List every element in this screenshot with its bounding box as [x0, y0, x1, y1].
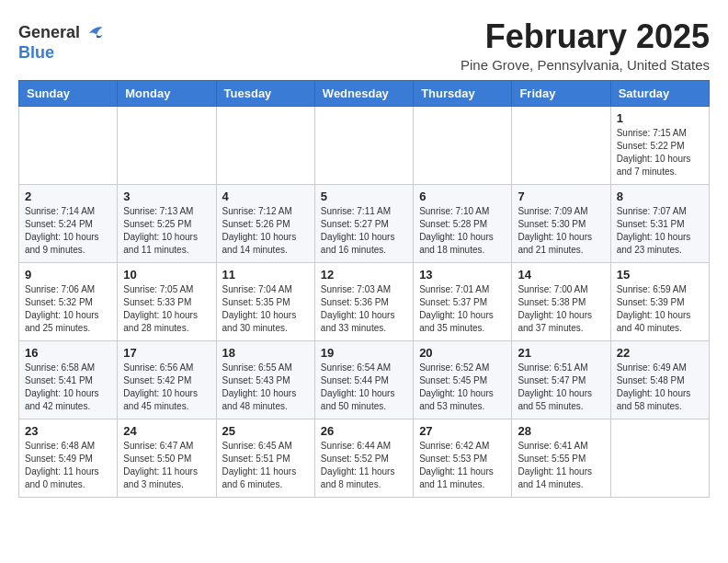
day-number: 25	[222, 424, 309, 438]
location-title: Pine Grove, Pennsylvania, United States	[461, 57, 710, 73]
day-number: 12	[321, 268, 407, 282]
day-number: 18	[222, 346, 309, 360]
calendar-cell: 14Sunrise: 7:00 AM Sunset: 5:38 PM Dayli…	[512, 262, 610, 340]
day-info: Sunrise: 6:45 AM Sunset: 5:51 PM Dayligh…	[222, 440, 309, 491]
calendar-weekday-header: Friday	[512, 80, 610, 106]
calendar-cell: 19Sunrise: 6:54 AM Sunset: 5:44 PM Dayli…	[314, 340, 413, 419]
day-number: 28	[518, 424, 604, 438]
day-info: Sunrise: 6:48 AM Sunset: 5:49 PM Dayligh…	[25, 440, 111, 491]
calendar-cell	[118, 106, 216, 184]
day-info: Sunrise: 7:04 AM Sunset: 5:35 PM Dayligh…	[222, 283, 309, 335]
calendar-cell: 3Sunrise: 7:13 AM Sunset: 5:25 PM Daylig…	[118, 184, 216, 262]
calendar-weekday-header: Wednesday	[314, 80, 413, 106]
day-number: 26	[321, 424, 407, 438]
calendar-week-row: 9Sunrise: 7:06 AM Sunset: 5:32 PM Daylig…	[19, 262, 710, 340]
day-info: Sunrise: 7:12 AM Sunset: 5:26 PM Dayligh…	[222, 205, 309, 257]
day-info: Sunrise: 7:06 AM Sunset: 5:32 PM Dayligh…	[25, 283, 111, 335]
day-number: 1	[617, 111, 703, 125]
day-number: 4	[222, 190, 309, 203]
calendar-cell: 12Sunrise: 7:03 AM Sunset: 5:36 PM Dayli…	[314, 262, 413, 340]
calendar-cell	[19, 106, 118, 184]
calendar-cell: 18Sunrise: 6:55 AM Sunset: 5:43 PM Dayli…	[216, 340, 314, 419]
day-number: 5	[321, 190, 407, 203]
day-number: 22	[617, 346, 703, 360]
header: General Blue February 2025 Pine Grove, P…	[18, 18, 710, 73]
day-info: Sunrise: 6:44 AM Sunset: 5:52 PM Dayligh…	[321, 440, 407, 491]
day-number: 19	[321, 346, 407, 360]
calendar-cell: 20Sunrise: 6:52 AM Sunset: 5:45 PM Dayli…	[414, 340, 512, 419]
calendar-cell: 25Sunrise: 6:45 AM Sunset: 5:51 PM Dayli…	[216, 419, 314, 497]
day-number: 24	[123, 424, 210, 438]
day-number: 20	[419, 346, 506, 360]
day-number: 27	[419, 424, 506, 438]
day-number: 10	[123, 268, 210, 282]
day-info: Sunrise: 6:56 AM Sunset: 5:42 PM Dayligh…	[123, 362, 210, 413]
calendar-cell	[314, 106, 413, 184]
calendar-weekday-header: Tuesday	[216, 80, 314, 106]
calendar-weekday-header: Sunday	[19, 80, 118, 106]
calendar-week-row: 16Sunrise: 6:58 AM Sunset: 5:41 PM Dayli…	[19, 340, 710, 419]
calendar-cell: 27Sunrise: 6:42 AM Sunset: 5:53 PM Dayli…	[414, 419, 512, 497]
day-info: Sunrise: 7:09 AM Sunset: 5:30 PM Dayligh…	[518, 205, 604, 257]
day-info: Sunrise: 7:11 AM Sunset: 5:27 PM Dayligh…	[321, 205, 407, 257]
calendar-cell: 7Sunrise: 7:09 AM Sunset: 5:30 PM Daylig…	[512, 184, 610, 262]
logo-general-text: General	[18, 24, 80, 42]
calendar-cell: 2Sunrise: 7:14 AM Sunset: 5:24 PM Daylig…	[19, 184, 118, 262]
day-info: Sunrise: 6:52 AM Sunset: 5:45 PM Dayligh…	[419, 362, 506, 413]
calendar-cell: 9Sunrise: 7:06 AM Sunset: 5:32 PM Daylig…	[19, 262, 118, 340]
day-number: 11	[222, 268, 309, 282]
calendar-cell	[216, 106, 314, 184]
day-info: Sunrise: 7:10 AM Sunset: 5:28 PM Dayligh…	[419, 205, 506, 257]
calendar-cell: 5Sunrise: 7:11 AM Sunset: 5:27 PM Daylig…	[314, 184, 413, 262]
calendar-cell: 23Sunrise: 6:48 AM Sunset: 5:49 PM Dayli…	[19, 419, 118, 497]
calendar-cell: 17Sunrise: 6:56 AM Sunset: 5:42 PM Dayli…	[118, 340, 216, 419]
day-number: 13	[419, 268, 506, 282]
day-info: Sunrise: 6:42 AM Sunset: 5:53 PM Dayligh…	[419, 440, 506, 491]
day-info: Sunrise: 6:47 AM Sunset: 5:50 PM Dayligh…	[123, 440, 210, 491]
calendar-table: SundayMondayTuesdayWednesdayThursdayFrid…	[18, 80, 710, 498]
calendar-cell: 26Sunrise: 6:44 AM Sunset: 5:52 PM Dayli…	[314, 419, 413, 497]
logo: General Blue	[18, 22, 104, 63]
day-number: 17	[123, 346, 210, 360]
day-info: Sunrise: 6:51 AM Sunset: 5:47 PM Dayligh…	[518, 362, 604, 413]
calendar-cell: 21Sunrise: 6:51 AM Sunset: 5:47 PM Dayli…	[512, 340, 610, 419]
calendar-weekday-header: Thursday	[414, 80, 512, 106]
day-info: Sunrise: 7:13 AM Sunset: 5:25 PM Dayligh…	[123, 205, 210, 257]
logo-bird-icon	[82, 22, 104, 44]
day-number: 7	[518, 190, 604, 203]
logo-blue-text: Blue	[18, 43, 54, 62]
calendar-weekday-header: Monday	[118, 80, 216, 106]
day-info: Sunrise: 6:49 AM Sunset: 5:48 PM Dayligh…	[617, 362, 703, 413]
calendar-cell: 4Sunrise: 7:12 AM Sunset: 5:26 PM Daylig…	[216, 184, 314, 262]
calendar-cell: 16Sunrise: 6:58 AM Sunset: 5:41 PM Dayli…	[19, 340, 118, 419]
day-info: Sunrise: 7:00 AM Sunset: 5:38 PM Dayligh…	[518, 283, 604, 335]
calendar-cell: 6Sunrise: 7:10 AM Sunset: 5:28 PM Daylig…	[414, 184, 512, 262]
day-info: Sunrise: 7:03 AM Sunset: 5:36 PM Dayligh…	[321, 283, 407, 335]
day-info: Sunrise: 6:54 AM Sunset: 5:44 PM Dayligh…	[321, 362, 407, 413]
day-number: 14	[518, 268, 604, 282]
calendar-cell: 1Sunrise: 7:15 AM Sunset: 5:22 PM Daylig…	[610, 106, 709, 184]
day-number: 6	[419, 190, 506, 203]
calendar-week-row: 1Sunrise: 7:15 AM Sunset: 5:22 PM Daylig…	[19, 106, 710, 184]
day-info: Sunrise: 6:41 AM Sunset: 5:55 PM Dayligh…	[518, 440, 604, 491]
calendar-weekday-header: Saturday	[610, 80, 709, 106]
day-info: Sunrise: 6:59 AM Sunset: 5:39 PM Dayligh…	[617, 283, 703, 335]
calendar-cell: 15Sunrise: 6:59 AM Sunset: 5:39 PM Dayli…	[610, 262, 709, 340]
calendar-cell: 24Sunrise: 6:47 AM Sunset: 5:50 PM Dayli…	[118, 419, 216, 497]
calendar-header-row: SundayMondayTuesdayWednesdayThursdayFrid…	[19, 80, 710, 106]
day-number: 2	[25, 190, 111, 203]
month-title: February 2025	[461, 18, 710, 55]
calendar-cell: 10Sunrise: 7:05 AM Sunset: 5:33 PM Dayli…	[118, 262, 216, 340]
day-info: Sunrise: 6:58 AM Sunset: 5:41 PM Dayligh…	[25, 362, 111, 413]
day-number: 23	[25, 424, 111, 438]
calendar-week-row: 2Sunrise: 7:14 AM Sunset: 5:24 PM Daylig…	[19, 184, 710, 262]
day-info: Sunrise: 7:07 AM Sunset: 5:31 PM Dayligh…	[617, 205, 703, 257]
title-block: February 2025 Pine Grove, Pennsylvania, …	[461, 18, 710, 73]
day-info: Sunrise: 6:55 AM Sunset: 5:43 PM Dayligh…	[222, 362, 309, 413]
calendar-week-row: 23Sunrise: 6:48 AM Sunset: 5:49 PM Dayli…	[19, 419, 710, 497]
day-number: 9	[25, 268, 111, 282]
calendar-cell: 22Sunrise: 6:49 AM Sunset: 5:48 PM Dayli…	[610, 340, 709, 419]
day-info: Sunrise: 7:15 AM Sunset: 5:22 PM Dayligh…	[617, 127, 703, 178]
day-number: 8	[617, 190, 703, 203]
day-number: 3	[123, 190, 210, 203]
